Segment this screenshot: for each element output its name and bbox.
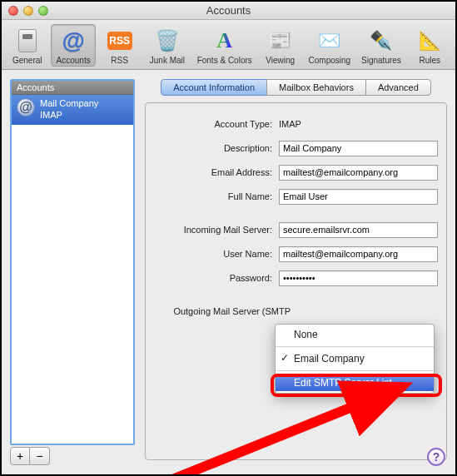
tab-account-information[interactable]: Account Information <box>161 79 267 96</box>
smtp-menu-selected[interactable]: Email Company <box>276 350 434 367</box>
toolbar-viewing[interactable]: 📰 Viewing <box>258 24 302 67</box>
smtp-menu-none[interactable]: None <box>276 326 434 343</box>
username-label: User Name: <box>154 249 279 259</box>
junk-icon: 🗑️ <box>154 27 181 54</box>
menu-separator <box>276 346 434 347</box>
composing-icon: ✉️ <box>316 27 343 54</box>
toolbar-general[interactable]: General <box>5 24 49 67</box>
signatures-icon: ✒️ <box>368 27 395 54</box>
fullname-input[interactable] <box>279 189 438 205</box>
viewing-icon: 📰 <box>267 27 294 54</box>
smtp-menu-edit-list[interactable]: Edit SMTP Server List… <box>276 374 434 391</box>
account-at-icon: @ <box>17 98 35 117</box>
menu-separator <box>276 370 434 371</box>
tab-advanced[interactable]: Advanced <box>365 79 431 96</box>
titlebar: Accounts <box>2 2 455 20</box>
at-icon: @ <box>60 27 87 54</box>
rules-icon: 📐 <box>416 27 443 54</box>
remove-account-button[interactable]: − <box>30 447 50 465</box>
description-label: Description: <box>154 143 279 153</box>
preferences-toolbar: General @ Accounts RSS RSS 🗑️ Junk Mail … <box>2 20 455 70</box>
email-input[interactable] <box>279 165 438 181</box>
add-account-button[interactable]: + <box>10 447 30 465</box>
username-input[interactable] <box>279 246 438 262</box>
toolbar-rules[interactable]: 📐 Rules <box>408 24 452 67</box>
description-input[interactable] <box>279 141 438 156</box>
email-label: Email Address: <box>154 167 279 177</box>
toolbar-signatures[interactable]: ✒️ Signatures <box>356 24 405 67</box>
smtp-label: Outgoing Mail Server (SMTP <box>154 306 297 316</box>
toolbar-junkmail[interactable]: 🗑️ Junk Mail <box>143 24 191 67</box>
window-title: Accounts <box>2 4 455 17</box>
smtp-dropdown-menu: None Email Company Edit SMTP Server List… <box>275 324 435 394</box>
sidebar-header: Accounts <box>12 81 133 95</box>
sidebar-account-subtitle: IMAP <box>40 110 98 121</box>
general-icon <box>14 27 41 54</box>
toolbar-accounts[interactable]: @ Accounts <box>51 24 95 67</box>
help-button[interactable]: ? <box>427 448 445 466</box>
password-label: Password: <box>154 273 279 283</box>
fullname-label: Full Name: <box>154 191 279 201</box>
accounts-sidebar: Accounts @ Mail Company IMAP <box>10 79 135 445</box>
account-type-label: Account Type: <box>154 119 279 129</box>
toolbar-fonts[interactable]: A Fonts & Colors <box>193 24 256 67</box>
account-type-value: IMAP <box>279 119 301 129</box>
sidebar-account-item[interactable]: @ Mail Company IMAP <box>12 95 133 125</box>
rss-icon: RSS <box>107 27 133 54</box>
incoming-input[interactable] <box>279 222 438 238</box>
account-info-panel: Account Type: IMAP Description: Email Ad… <box>145 102 447 460</box>
sidebar-account-title: Mail Company <box>40 98 98 110</box>
right-panel: Account Information Mailbox Behaviors Ad… <box>145 79 447 462</box>
password-input[interactable] <box>279 270 438 286</box>
toolbar-composing[interactable]: ✉️ Composing <box>304 24 355 67</box>
toolbar-rss[interactable]: RSS RSS <box>97 24 142 67</box>
fonts-icon: A <box>211 27 238 54</box>
tabbar: Account Information Mailbox Behaviors Ad… <box>145 79 447 96</box>
tab-mailbox-behaviors[interactable]: Mailbox Behaviors <box>266 79 366 96</box>
incoming-label: Incoming Mail Server: <box>154 225 279 235</box>
